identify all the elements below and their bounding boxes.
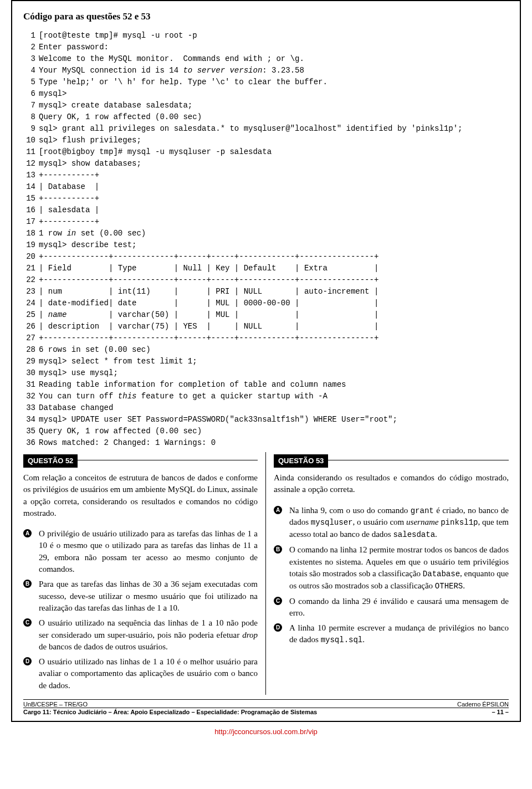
option-52-B-text: Para que as tarefas das linhas de 30 a 3… bbox=[39, 578, 258, 614]
option-53-B-text: O comando na linha 12 permite mostrar to… bbox=[289, 544, 509, 592]
code-line: 33Database changed bbox=[23, 402, 509, 414]
footer-right-2: – 11 – bbox=[492, 709, 509, 715]
option-52-C[interactable]: C O usuário utilizado na sequência das l… bbox=[23, 617, 258, 653]
code-line: 36Rows matched: 2 Changed: 1 Warnings: 0 bbox=[23, 437, 509, 449]
code-line: 19mysql> describe test; bbox=[23, 239, 509, 251]
code-line: 32You can turn off this feature to get a… bbox=[23, 391, 509, 402]
footer-left-2: Cargo 11: Técnico Judiciário – Área: Apo… bbox=[23, 709, 317, 715]
option-52-D[interactable]: D O usuário utilizado nas linhas de 1 a … bbox=[23, 656, 258, 691]
option-53-C-text: O comando da linha 29 é inválido e causa… bbox=[289, 596, 509, 619]
code-line: 1[root@teste tmp]# mysql -u root -p bbox=[23, 30, 509, 42]
footer-left-1: UnB/CESPE – TRE/GO bbox=[23, 701, 88, 708]
code-line: 17+-----------+ bbox=[23, 216, 509, 228]
code-line: 181 row in set (0.00 sec) bbox=[23, 228, 509, 239]
question-53-stem: Ainda considerando os resultados e coman… bbox=[274, 472, 509, 496]
option-52-A-text: O privilégio de usuário utilizado para a… bbox=[39, 528, 258, 575]
code-line: 7mysql> create database salesdata; bbox=[23, 100, 509, 111]
bullet-c-icon: C bbox=[274, 597, 282, 605]
code-section-title: Código para as questões 52 e 53 bbox=[23, 11, 509, 22]
option-52-B[interactable]: B Para que as tarefas das linhas de 30 a… bbox=[23, 578, 258, 614]
code-line: 8Query OK, 1 row affected (0.00 sec) bbox=[23, 111, 509, 123]
code-line: 12mysql> show databases; bbox=[23, 158, 509, 170]
bullet-c-icon: C bbox=[23, 618, 32, 627]
bullet-d-icon: D bbox=[274, 623, 282, 632]
bullet-a-icon: A bbox=[274, 506, 282, 514]
code-line: 10sql> flush privileges; bbox=[23, 135, 509, 146]
code-block: 1[root@teste tmp]# mysql -u root -p2Ente… bbox=[23, 30, 509, 449]
exam-page: Código para as questões 52 e 53 1[root@t… bbox=[11, 0, 521, 722]
code-line: 20+--------------+-------------+------+-… bbox=[23, 251, 509, 263]
code-line: 16| salesdata | bbox=[23, 204, 509, 216]
code-line: 22+--------------+-------------+------+-… bbox=[23, 274, 509, 286]
code-line: 35Query OK, 1 row affected (0.00 sec) bbox=[23, 426, 509, 437]
question-52-options: A O privilégio de usuário utilizado para… bbox=[23, 528, 258, 691]
bullet-d-icon: D bbox=[23, 657, 32, 665]
code-line: 6mysql> bbox=[23, 88, 509, 100]
code-line: 14| Database | bbox=[23, 181, 509, 193]
code-line: 25| name | varchar(50) | | MUL | | | bbox=[23, 309, 509, 321]
code-line: 26| description | varchar(75) | YES | | … bbox=[23, 321, 509, 332]
option-53-D-text: A linha 10 permite escrever a mudança de… bbox=[289, 622, 509, 646]
option-52-A[interactable]: A O privilégio de usuário utilizado para… bbox=[23, 528, 258, 575]
code-line: 30mysql> use mysql; bbox=[23, 367, 509, 379]
option-53-C[interactable]: C O comando da linha 29 é inválido e cau… bbox=[274, 596, 509, 619]
bullet-b-icon: B bbox=[274, 545, 282, 554]
option-53-A[interactable]: A Na linha 9, com o uso do comando grant… bbox=[274, 505, 509, 541]
code-line: 11[root@bigboy tmp]# mysql -u mysqluser … bbox=[23, 146, 509, 158]
code-line: 34mysql> UPDATE user SET Password=PASSWO… bbox=[23, 414, 509, 426]
code-line: 24| date-modified| date | | MUL | 0000-0… bbox=[23, 298, 509, 309]
code-line: 4Your MySQL connection id is 14 to serve… bbox=[23, 65, 509, 76]
bullet-b-icon: B bbox=[23, 580, 32, 588]
code-line: 31Reading table information for completi… bbox=[23, 379, 509, 391]
question-52-header: QUESTÃO 52 bbox=[23, 454, 258, 465]
question-52-label: QUESTÃO 52 bbox=[23, 454, 78, 468]
option-53-D[interactable]: D A linha 10 permite escrever a mudança … bbox=[274, 622, 509, 646]
code-line: 286 rows in set (0.00 sec) bbox=[23, 344, 509, 356]
code-line: 23| num | int(11) | | PRI | NULL | auto-… bbox=[23, 286, 509, 298]
code-line: 27+--------------+-------------+------+-… bbox=[23, 332, 509, 344]
code-line: 3Welcome to the MySQL monitor. Commands … bbox=[23, 53, 509, 65]
option-52-C-text: O usuário utilizado na sequência das lin… bbox=[39, 617, 258, 653]
question-52-stem: Com relação a conceitos de estrutura de … bbox=[23, 472, 258, 519]
question-53-label: QUESTÃO 53 bbox=[274, 454, 328, 468]
bullet-a-icon: A bbox=[23, 529, 32, 537]
footer-right-1: Caderno ÉPSILON bbox=[457, 701, 509, 708]
code-line: 13+-----------+ bbox=[23, 170, 509, 181]
question-53-options: A Na linha 9, com o uso do comando grant… bbox=[274, 505, 509, 647]
option-53-B[interactable]: B O comando na linha 12 permite mostrar … bbox=[274, 544, 509, 592]
code-line: 21| Field | Type | Null | Key | Default … bbox=[23, 263, 509, 274]
code-line: 15+-----------+ bbox=[23, 193, 509, 204]
questions-columns: QUESTÃO 52 Com relação a conceitos de es… bbox=[23, 452, 509, 695]
question-53-header: QUESTÃO 53 bbox=[274, 454, 509, 465]
option-52-D-text: O usuário utilizado nas linhas de 1 a 10… bbox=[39, 656, 258, 691]
column-left: QUESTÃO 52 Com relação a conceitos de es… bbox=[23, 452, 266, 695]
code-line: 9sql> grant all privileges on salesdata.… bbox=[23, 123, 509, 135]
source-url: http://jcconcursos.uol.com.br/vip bbox=[0, 727, 532, 736]
page-footer: UnB/CESPE – TRE/GO Caderno ÉPSILON Cargo… bbox=[23, 699, 509, 715]
code-line: 2Enter password: bbox=[23, 42, 509, 53]
column-right: QUESTÃO 53 Ainda considerando os resulta… bbox=[266, 452, 509, 695]
code-line: 5Type 'help;' or '\ h' for help. Type '\… bbox=[23, 76, 509, 88]
option-53-A-text: Na linha 9, com o uso do comando grant é… bbox=[289, 505, 509, 541]
code-line: 29mysql> select * from test limit 1; bbox=[23, 356, 509, 367]
